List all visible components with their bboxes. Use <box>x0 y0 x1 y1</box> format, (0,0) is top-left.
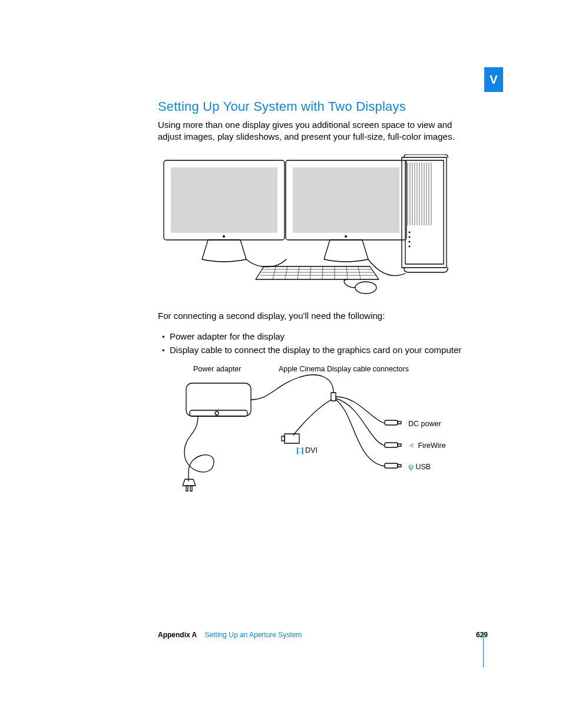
connectors-illustration <box>181 364 452 500</box>
label-usb: USB <box>415 463 431 471</box>
footer-rule <box>483 634 484 667</box>
svg-point-18 <box>409 236 411 238</box>
label-dvi-row: |□| DVI <box>296 446 318 456</box>
svg-rect-38 <box>385 420 398 425</box>
svg-point-35 <box>215 411 219 415</box>
svg-line-25 <box>285 266 287 279</box>
svg-point-17 <box>409 232 411 233</box>
svg-line-24 <box>273 266 276 279</box>
svg-point-32 <box>355 282 376 294</box>
content-area: Setting Up Your System with Two Displays… <box>158 98 476 514</box>
footer-appendix: Appendix A <box>158 631 197 639</box>
svg-rect-33 <box>186 383 251 416</box>
svg-line-27 <box>310 266 311 279</box>
dvi-icon: |□| <box>296 446 303 454</box>
intro-paragraph: Using more than one display gives you ad… <box>158 119 476 143</box>
document-page: V Setting Up Your System with Two Displa… <box>0 0 562 728</box>
svg-rect-39 <box>398 421 401 424</box>
section-tab: V <box>484 67 503 92</box>
section-tab-letter: V <box>490 72 497 88</box>
label-dvi: DVI <box>305 446 318 454</box>
svg-rect-1 <box>171 167 277 233</box>
firewire-icon: ⩹ <box>408 442 416 450</box>
figure-connectors: Power adapter Apple Cinema Display cable… <box>181 364 452 500</box>
svg-point-20 <box>409 246 411 248</box>
svg-rect-43 <box>398 465 401 467</box>
dual-display-illustration <box>158 154 452 296</box>
section-heading: Setting Up Your System with Two Displays <box>158 98 476 116</box>
svg-line-31 <box>358 266 361 279</box>
label-firewire: FireWire <box>418 442 445 450</box>
list-item: Power adapter for the display <box>168 331 476 342</box>
list-item: Display cable to connect the display to … <box>168 344 476 356</box>
svg-rect-4 <box>293 167 399 233</box>
figure-dual-displays <box>158 154 476 296</box>
paragraph-requirements-intro: For connecting a second display, you'll … <box>158 310 476 322</box>
svg-rect-42 <box>385 463 398 468</box>
svg-point-19 <box>409 241 411 243</box>
svg-point-2 <box>223 235 225 238</box>
label-firewire-row: ⩹ FireWire <box>408 441 446 451</box>
svg-point-5 <box>345 235 347 238</box>
usb-icon: ψ <box>408 463 414 471</box>
label-usb-row: ψ USB <box>408 462 431 472</box>
label-dc-power: DC power <box>408 419 441 429</box>
footer-title: Setting Up an Aperture System <box>205 631 302 639</box>
svg-rect-37 <box>190 486 192 491</box>
footer-page-number: 629 <box>476 630 488 640</box>
svg-rect-40 <box>385 443 398 447</box>
svg-line-26 <box>297 266 299 279</box>
svg-line-30 <box>346 266 348 279</box>
svg-rect-41 <box>398 444 401 446</box>
page-footer: Appendix A Setting Up an Aperture System… <box>158 630 488 640</box>
svg-line-28 <box>322 266 323 279</box>
svg-rect-36 <box>186 486 188 491</box>
requirements-list: Power adapter for the display Display ca… <box>158 331 476 356</box>
